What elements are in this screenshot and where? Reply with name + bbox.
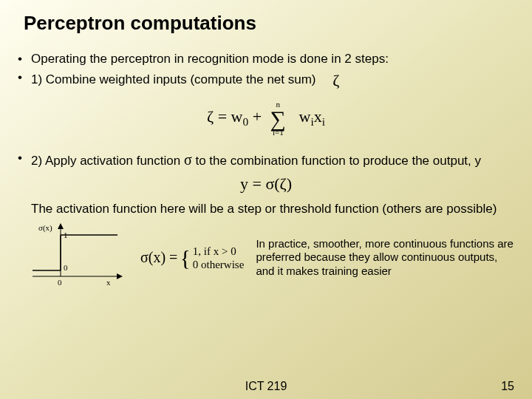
bullet-1: Operating the perceptron in recognition … [18, 51, 514, 68]
bullet-list-2: 2) Apply activation function σ to the co… [18, 150, 514, 170]
formula3-case1: 1, if x > 0 [193, 245, 236, 257]
formula1-x: x [314, 107, 322, 126]
formula1-plus: + [248, 107, 262, 126]
bullet-2-text: 1) Combine weighted inputs (compute the … [31, 72, 316, 86]
practice-note: In practice, smoother, more continuous f… [256, 237, 514, 279]
formula1-w: w [299, 107, 310, 126]
bullet-3-pre: 2) Apply activation function [31, 154, 184, 168]
net-sum-formula: ζ = w0 + n ∑ i=1 wixi [18, 100, 514, 137]
bullet-list: Operating the perceptron in recognition … [18, 51, 514, 92]
graph-zero-x: 0 [58, 278, 62, 287]
course-code: ICT 219 [245, 380, 287, 392]
footer: ICT 219 15 [0, 380, 532, 393]
formula1-lhs: ζ = w [207, 107, 242, 126]
slide-title: Perceptron computations [24, 12, 514, 35]
step-function-graph: σ(x) 1 0 0 x [33, 225, 129, 291]
graph-ylabel: σ(x) [38, 223, 52, 232]
bottom-row: σ(x) 1 0 0 x σ(x) = { 1, if x > 0 0 othe… [18, 225, 514, 291]
svg-marker-3 [117, 273, 123, 279]
svg-marker-1 [58, 223, 64, 229]
bullet-3: 2) Apply activation function σ to the co… [18, 150, 514, 170]
formula1-xsub: i [322, 116, 325, 129]
summation-icon: n ∑ i=1 [270, 100, 286, 137]
brace-icon: { [180, 251, 190, 265]
bullet-3-post: to the combination function to produce t… [192, 154, 481, 168]
output-formula: y = σ(ζ) [18, 174, 514, 194]
bullet-2: 1) Combine weighted inputs (compute the … [18, 69, 514, 92]
formula3-lhs: σ(x) = [140, 249, 177, 266]
graph-svg [33, 225, 129, 291]
graph-one: 1 [64, 231, 68, 239]
zeta-symbol: ζ [332, 69, 339, 92]
sigma-symbol: σ [184, 151, 192, 168]
formula3-case2: 0 otherwise [193, 259, 245, 270]
page-number: 15 [501, 380, 514, 393]
graph-xlabel: x [106, 278, 111, 287]
graph-zero-y: 0 [64, 263, 68, 272]
sum-sigma: ∑ [270, 109, 286, 129]
activation-note: The activation function here will be a s… [31, 201, 514, 217]
step-function-formula: σ(x) = { 1, if x > 0 0 otherwise [140, 245, 244, 271]
